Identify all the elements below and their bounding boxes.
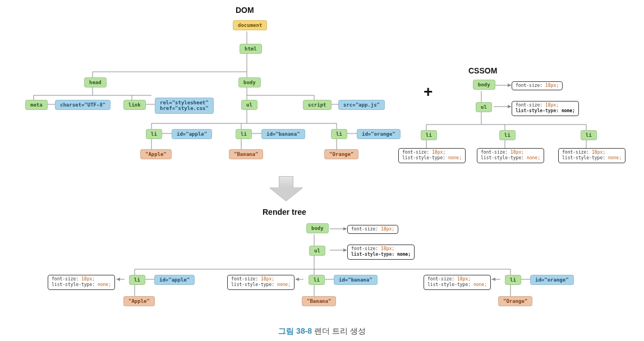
cssom-li-2: li	[499, 130, 516, 140]
cssom-title: CSSOM	[468, 66, 497, 75]
dom-li-1-attr: id="apple"	[172, 129, 212, 139]
render-body: body	[306, 223, 329, 233]
figure-caption: 그림 38-8 렌더 트리 생성	[0, 326, 644, 337]
render-li-3-attr: id="orange"	[530, 275, 574, 285]
cssom-body: body	[473, 80, 495, 90]
dom-link-attr: rel="stylesheet"href="style.css"	[155, 98, 214, 114]
render-li-1-style: font-size: 18px; list-style-type: none;	[48, 275, 115, 290]
svg-marker-57	[343, 227, 347, 231]
figure-text: 렌더 트리 생성	[314, 326, 366, 335]
render-li-3: li	[505, 275, 521, 285]
cssom-li-1-style: font-size: 18px; list-style-type: none;	[398, 148, 466, 163]
dom-script: script	[303, 100, 332, 110]
figure-number: 그림 38-8	[278, 326, 312, 335]
dom-meta: meta	[25, 100, 48, 110]
dom-head: head	[84, 77, 107, 87]
dom-title: DOM	[236, 6, 254, 15]
dom-link: link	[123, 100, 146, 110]
cssom-li-2-style: font-size: 18px; list-style-type: none;	[477, 148, 544, 163]
render-ul: ul	[309, 246, 325, 256]
svg-marker-58	[343, 248, 347, 252]
render-li-1: li	[129, 275, 145, 285]
dom-li-3: li	[331, 129, 347, 139]
cssom-body-style: font-size: 18px;	[512, 81, 563, 90]
render-li-3-style: font-size: 18px; list-style-type: none;	[424, 275, 491, 290]
render-text-banana: "Banana"	[302, 296, 336, 306]
dom-document: document	[233, 20, 267, 30]
dom-text-banana: "Banana"	[229, 149, 263, 159]
dom-meta-attr: charset="UTF-8"	[55, 100, 111, 110]
cssom-li-3: li	[581, 130, 597, 140]
render-text-apple: "Apple"	[123, 296, 155, 306]
svg-marker-56	[508, 105, 512, 108]
render-ul-style: font-size: 18px; list-style-type: none;	[347, 245, 415, 260]
arrow-down-icon	[269, 176, 303, 201]
dom-li-2: li	[236, 129, 252, 139]
cssom-ul: ul	[476, 102, 492, 112]
render-li-2-style: font-size: 18px; list-style-type: none;	[227, 275, 295, 290]
render-text-orange: "Orange"	[498, 296, 532, 306]
dom-ul: ul	[241, 100, 257, 110]
render-body-style: font-size: 18px;	[347, 225, 398, 234]
svg-marker-61	[491, 278, 495, 281]
dom-li-1: li	[146, 129, 162, 139]
cssom-li-3-style: font-size: 18px; list-style-type: none;	[558, 148, 625, 163]
dom-text-orange: "Orange"	[324, 149, 358, 159]
render-li-2: li	[309, 275, 325, 285]
dom-html: html	[240, 44, 262, 54]
render-li-1-attr: id="apple"	[154, 275, 195, 285]
svg-marker-60	[295, 278, 299, 281]
plus-sign: +	[424, 83, 433, 101]
svg-marker-55	[508, 84, 512, 87]
render-li-2-attr: id="banana"	[334, 275, 378, 285]
dom-body: body	[238, 77, 261, 87]
dom-script-attr: src="app.js"	[338, 100, 385, 110]
cssom-ul-style: font-size: 18px; list-style-type: none;	[512, 101, 579, 116]
dom-text-apple: "Apple"	[140, 149, 172, 159]
dom-li-3-attr: id="orange"	[357, 129, 401, 139]
cssom-li-1: li	[421, 130, 437, 140]
svg-marker-59	[116, 278, 120, 281]
dom-li-2-attr: id="banana"	[261, 129, 305, 139]
render-tree-title: Render tree	[263, 208, 306, 216]
